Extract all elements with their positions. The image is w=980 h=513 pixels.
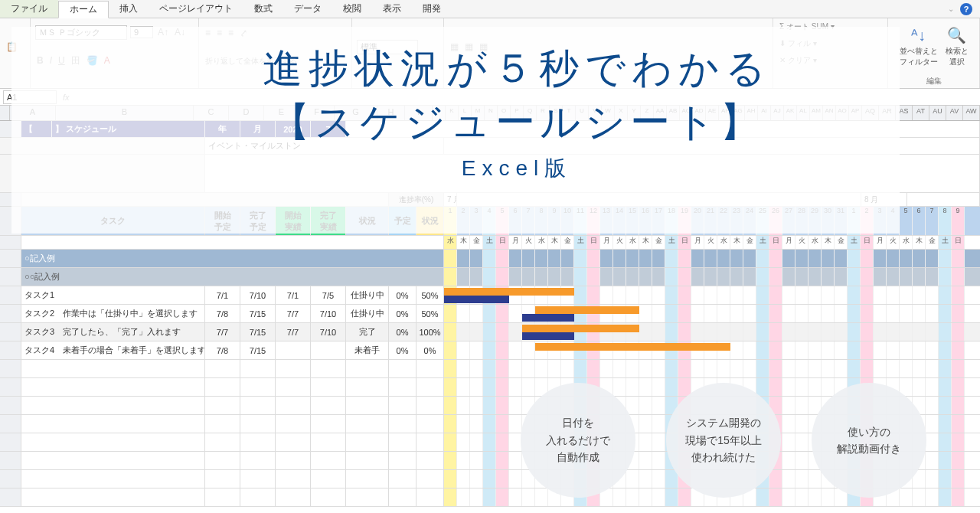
task-name: タスク1	[21, 286, 205, 304]
col-at[interactable]: AT	[913, 106, 929, 120]
find-select-button[interactable]: 🔍 検索と 選択	[946, 26, 969, 67]
gantt-bar-plan	[444, 288, 574, 296]
tab-formulas[interactable]: 数式	[243, 0, 283, 18]
gantt-bar-plan	[522, 325, 639, 332]
gantt-bar-actual	[444, 296, 509, 303]
tab-review[interactable]: 校閲	[332, 0, 372, 18]
empty-row[interactable]	[0, 360, 980, 378]
overlay-title: 進捗状況が５秒でわかる 【スケジュールシート】 Excel版	[138, 42, 896, 183]
gantt-bar-plan	[535, 306, 639, 314]
col-aw[interactable]: AW	[963, 106, 980, 120]
weekday-row: 水木金土日月火水木金土日月火水木金土日月火水木金土日月火水木金土日月火水木金土日	[0, 236, 980, 250]
minimize-ribbon-icon[interactable]: ⌄	[948, 5, 954, 13]
gantt-bar-actual	[522, 314, 574, 322]
tab-file[interactable]: ファイル	[0, 0, 58, 18]
title-line-3: Excel版	[138, 154, 896, 183]
empty-row[interactable]	[0, 488, 980, 507]
find-icon: 🔍	[947, 26, 966, 44]
table-row[interactable]: タスク2 作業中は「仕掛り中」を選択します 7/8 7/15 7/7 7/10 …	[0, 305, 980, 323]
tab-view[interactable]: 表示	[372, 0, 412, 18]
section-2: ○○記入例	[0, 268, 980, 286]
tab-data[interactable]: データ	[283, 0, 332, 18]
title-line-2: 【スケジュールシート】	[138, 96, 896, 149]
tab-home[interactable]: ホーム	[58, 1, 109, 18]
table-row[interactable]: タスク3 完了したら、「完了」入れます 7/7 7/15 7/7 7/10 完了…	[0, 323, 980, 341]
badge-video: 使い方の 解説動画付き	[812, 383, 926, 498]
help-icon[interactable]: ?	[960, 3, 972, 15]
section-1: ○記入例	[0, 250, 980, 268]
ribbon-tabs: ファイル ホーム 挿入 ページレイアウト 数式 データ 校閲 表示 開発 ⌄ ?	[0, 0, 980, 18]
tab-insert[interactable]: 挿入	[109, 0, 149, 18]
task-name: タスク3 完了したら、「完了」入れます	[21, 323, 205, 341]
table-row[interactable]: タスク4 未着手の場合「未着手」を選択します 7/8 7/15 未着手 0% 0…	[0, 341, 980, 360]
task-name: タスク2 作業中は「仕掛り中」を選択します	[21, 305, 205, 322]
group-edit-label: 編集	[893, 76, 975, 87]
empty-row[interactable]	[0, 378, 980, 397]
badge-15-years: システム開発の 現場で15年以上 使われ続けた	[666, 383, 781, 498]
sort-filter-icon: ᴬ↓	[911, 26, 926, 44]
col-av[interactable]: AV	[946, 106, 963, 120]
tab-developer[interactable]: 開発	[412, 0, 452, 18]
task-name: タスク4 未着手の場合「未着手」を選択します	[21, 341, 205, 359]
sort-filter-button[interactable]: ᴬ↓ 並べ替えと フィルター	[900, 26, 938, 67]
col-au[interactable]: AU	[929, 106, 946, 120]
title-line-1: 進捗状況が５秒でわかる	[138, 42, 896, 96]
gantt-bar-actual	[522, 332, 574, 340]
badge-auto-create: 日付を 入れるだけで 自動作成	[521, 383, 635, 498]
gantt-bar-plan	[535, 343, 730, 351]
tab-page-layout[interactable]: ページレイアウト	[149, 0, 243, 18]
table-row[interactable]: タスク1 7/1 7/10 7/1 7/5 仕掛り中 0% 50%	[0, 286, 980, 305]
